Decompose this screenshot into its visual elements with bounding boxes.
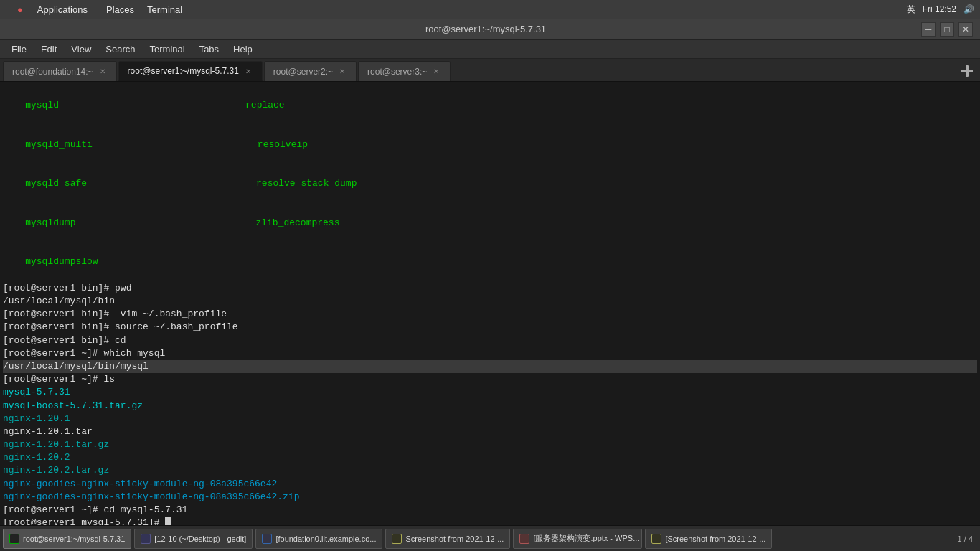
- terminal-line: mysqldreplace: [3, 86, 977, 126]
- menu-file[interactable]: File: [4, 42, 34, 56]
- terminal-line: nginx-1.20.1: [3, 413, 977, 425]
- speaker-icon: 🔊: [963, 4, 974, 14]
- taskbar-label: [12-10 (~/Desktop) - gedit]: [154, 534, 246, 543]
- terminal-line: nginx-goodies-nginx-sticky-module-ng-08a…: [3, 491, 977, 504]
- terminal-line: mysqldumpzlib_decompress: [3, 204, 977, 243]
- tab-close-icon[interactable]: ✕: [243, 66, 253, 76]
- taskbar: root@server1:~/mysql-5.7.31 [12-10 (~/De…: [0, 525, 980, 551]
- tabs-bar: root@foundation14:~ ✕ root@server1:~/mys…: [0, 59, 980, 82]
- taskbar-label: [Screenshot from 2021-12-...: [665, 534, 765, 543]
- terminal-highlight-line: /usr/local/mysql/bin/mysql: [3, 360, 977, 373]
- window-controls: ─ □ ✕: [921, 22, 973, 37]
- terminal-line: nginx-1.20.1.tar: [3, 425, 977, 438]
- taskbar-label: root@server1:~/mysql-5.7.31: [23, 534, 125, 543]
- tab-label: root@server1:~/mysql-5.7.31: [128, 66, 239, 76]
- menu-edit[interactable]: Edit: [34, 42, 64, 56]
- terminal-line: mysql-boost-5.7.31.tar.gz: [3, 400, 977, 413]
- svg-rect-1: [966, 65, 969, 77]
- menu-help[interactable]: Help: [226, 42, 260, 56]
- tab-foundation14[interactable]: root@foundation14:~ ✕: [3, 61, 117, 81]
- image-icon: [651, 534, 661, 544]
- presentation-icon: [519, 534, 529, 544]
- terminal-icon: [9, 534, 19, 544]
- tab-label: root@server2:~: [273, 67, 333, 77]
- tab-server2[interactable]: root@server2:~ ✕: [264, 61, 357, 81]
- minimize-button[interactable]: ─: [921, 22, 936, 37]
- language-indicator: 英: [907, 4, 915, 16]
- tab-label: root@foundation14:~: [12, 67, 93, 77]
- terminal-line: mysqld_saferesolve_stack_dump: [3, 164, 977, 204]
- terminal-line: nginx-goodies-nginx-sticky-module-ng-08a…: [3, 478, 977, 491]
- terminal-line: [root@server1 bin]# cd: [3, 334, 977, 347]
- taskbar-item-screenshot2[interactable]: [Screenshot from 2021-12-...: [645, 529, 772, 549]
- terminal-line: nginx-1.20.2: [3, 451, 977, 464]
- terminal-line: [root@server1 ~]# ls: [3, 373, 977, 386]
- menu-tabs[interactable]: Tabs: [192, 42, 226, 56]
- menu-view[interactable]: View: [64, 42, 98, 56]
- menu-terminal[interactable]: Terminal: [143, 42, 192, 56]
- applications-menu[interactable]: ●Applications: [6, 4, 99, 15]
- tab-server1-mysql[interactable]: root@server1:~/mysql-5.7.31 ✕: [118, 61, 263, 81]
- taskbar-label: [foundation0.ilt.example.co...: [275, 534, 376, 543]
- window-titlebar: root@server1:~/mysql-5.7.31 ─ □ ✕: [0, 19, 980, 40]
- terminal-line: nginx-1.20.1.tar.gz: [3, 438, 977, 451]
- menu-search[interactable]: Search: [98, 42, 142, 56]
- app-indicator: ●: [11, 4, 29, 15]
- terminal-line: nginx-1.20.2.tar.gz: [3, 464, 977, 477]
- terminal-line: mysqld_multiresolveip: [3, 126, 977, 165]
- taskbar-item-terminal[interactable]: root@server1:~/mysql-5.7.31: [3, 529, 131, 549]
- taskbar-item-browser[interactable]: [foundation0.ilt.example.co...: [255, 529, 382, 549]
- tab-close-icon[interactable]: ✕: [431, 67, 441, 77]
- terminal-line: [root@server1 ~]# cd mysql-5.7.31: [3, 504, 977, 517]
- taskbar-label: Screenshot from 2021-12-...: [405, 534, 504, 543]
- taskbar-item-gedit[interactable]: [12-10 (~/Desktop) - gedit]: [134, 529, 253, 549]
- maximize-button[interactable]: □: [940, 22, 954, 37]
- terminal-content[interactable]: mysqldreplace mysqld_multiresolveip mysq…: [0, 82, 980, 525]
- terminal-menu[interactable]: Terminal: [141, 4, 188, 15]
- taskbar-label: [服务器架构演变.pptx - WPS...: [533, 533, 639, 544]
- terminal-line: [root@server1 bin]# vim ~/.bash_profile: [3, 308, 977, 321]
- text-editor-icon: [141, 534, 151, 544]
- terminal-line: [root@server1 bin]# source ~/.bash_profi…: [3, 321, 977, 334]
- page-indicator: 1 / 4: [953, 534, 977, 543]
- terminal-line: [root@server1 bin]# pwd: [3, 282, 977, 295]
- terminal-line: mysql-5.7.31: [3, 386, 977, 399]
- new-tab-button[interactable]: [957, 61, 977, 81]
- tab-server3[interactable]: root@server3:~ ✕: [358, 61, 451, 81]
- image-icon: [392, 534, 402, 544]
- window-title: root@server1:~/mysql-5.7.31: [50, 24, 921, 34]
- taskbar-item-screenshot1[interactable]: Screenshot from 2021-12-...: [385, 529, 510, 549]
- close-button[interactable]: ✕: [958, 22, 973, 37]
- menu-bar: File Edit View Search Terminal Tabs Help: [0, 40, 980, 59]
- taskbar-item-wps[interactable]: [服务器架构演变.pptx - WPS...: [513, 529, 642, 549]
- terminal-line: mysqldumpslow: [3, 242, 977, 282]
- tab-close-icon[interactable]: ✕: [337, 67, 347, 77]
- system-bar-left: ●Applications Places Terminal: [6, 4, 188, 15]
- terminal-line: /usr/local/mysql/bin: [3, 295, 977, 308]
- terminal-line: [root@server1 ~]# which mysql: [3, 347, 977, 360]
- places-menu[interactable]: Places: [100, 4, 140, 15]
- system-bar-right: 英 Fri 12:52 🔊: [907, 4, 974, 16]
- terminal-prompt-line: [root@server1 mysql-5.7.31]#: [3, 517, 977, 525]
- clock: Fri 12:52: [923, 4, 956, 14]
- tab-close-icon[interactable]: ✕: [98, 67, 108, 77]
- browser-icon: [262, 534, 272, 544]
- system-bar: ●Applications Places Terminal 英 Fri 12:5…: [0, 0, 980, 19]
- tab-label: root@server3:~: [367, 67, 427, 77]
